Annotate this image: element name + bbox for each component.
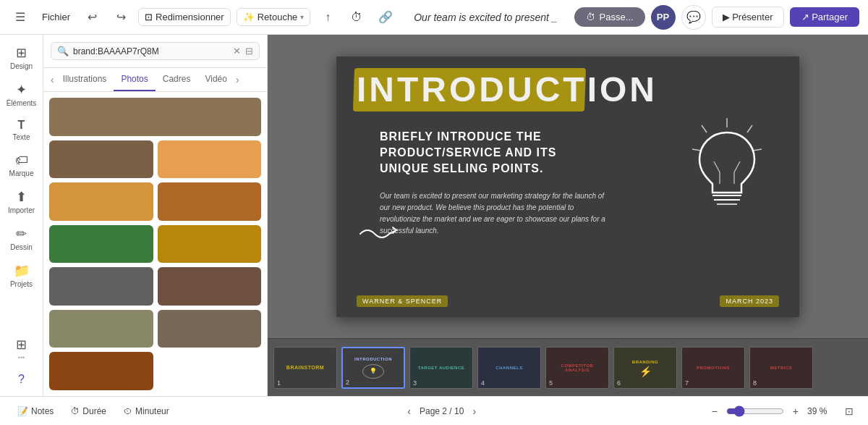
list-item[interactable]	[158, 267, 262, 306]
fit-screen-button[interactable]: ⊡	[842, 404, 856, 418]
filmstrip-slide-1[interactable]: BRAINSTORM 1	[273, 347, 337, 389]
status-bar: 📝 Notes ⏱ Durée ⏲ Minuteur ‹ Page 2 / 10…	[0, 396, 868, 425]
toolbar-left: ☰ Fichier ↩ ↪ ⊡ Redimensionner ✨ Retouch…	[9, 6, 397, 29]
list-item[interactable]	[158, 310, 262, 348]
sidebar-item-brand[interactable]: 🏷 Marque	[3, 148, 41, 182]
undo-button[interactable]: ↩	[80, 6, 103, 29]
share-link-button[interactable]: 🔗	[374, 6, 397, 29]
filmstrip-slide-4[interactable]: CHANNELS 4	[477, 347, 541, 389]
list-item[interactable]	[49, 310, 153, 348]
notes-button[interactable]: 📝 Notes	[12, 403, 59, 419]
search-box: 🔍 ✕ ⊟	[51, 42, 260, 60]
sidebar-item-design[interactable]: ⊞ Design	[3, 41, 41, 75]
zoom-out-button[interactable]: −	[709, 404, 720, 418]
panel-tabs: ‹ Illustrations Photos Cadres Vidéo ›	[43, 68, 267, 92]
sidebar: ⊞ Design ✦ Éléments T Texte 🏷 Marque ⬆ I…	[0, 35, 43, 396]
filmstrip-slide-8[interactable]: METRICS 8	[749, 347, 813, 389]
prev-page-button[interactable]: ‹	[404, 404, 414, 418]
retouch-button[interactable]: ✨ Retouche ▾	[237, 8, 311, 26]
passer-button[interactable]: ⏱ Passe...	[574, 7, 645, 27]
document-title[interactable]: Our team is excited to present _	[414, 12, 557, 23]
notes-icon: 📝	[17, 406, 28, 416]
apps-icon: ⊞	[16, 337, 27, 353]
sidebar-item-text[interactable]: T Texte	[3, 114, 41, 146]
next-page-button[interactable]: ›	[469, 404, 479, 418]
filter-icon[interactable]: ⊟	[245, 46, 253, 56]
present-icon: ▶	[723, 12, 730, 22]
present-label: Présenter	[732, 12, 773, 22]
design-icon: ⊞	[16, 45, 27, 61]
filmstrip-slide-7[interactable]: PROMOTIONS 7	[681, 347, 745, 389]
panel-search-area: 🔍 ✕ ⊟	[43, 35, 267, 68]
main-area: ⊞ Design ✦ Éléments T Texte 🏷 Marque ⬆ I…	[0, 35, 868, 396]
sidebar-item-apps[interactable]: ⊞ •••	[3, 332, 41, 366]
lightbulb-small-icon: 💡	[370, 368, 377, 374]
tab-photos[interactable]: Photos	[114, 68, 155, 91]
upload-button[interactable]: ↑	[316, 6, 339, 29]
photo-grid	[43, 92, 267, 396]
svg-line-2	[753, 149, 762, 151]
clear-search-icon[interactable]: ✕	[233, 46, 241, 56]
file-menu[interactable]: Fichier	[38, 9, 75, 25]
avatar-button[interactable]: PP	[651, 5, 676, 30]
timer-icon: ⏲	[124, 406, 132, 416]
comment-button[interactable]: 💬	[681, 5, 706, 30]
hamburger-menu-button[interactable]: ☰	[9, 6, 32, 29]
list-item[interactable]	[49, 182, 153, 221]
duration-icon: ⏱	[71, 406, 80, 416]
slide-subtitle: BRIEFLY INTRODUCE THE PRODUCT/SERVICE AN…	[380, 129, 556, 177]
timer-label: Minuteur	[135, 406, 169, 416]
share-button[interactable]: ↗ Partager	[790, 7, 860, 27]
sidebar-item-projects[interactable]: 📁 Projets	[3, 258, 41, 293]
retouch-label: Retouche	[258, 12, 298, 22]
list-item[interactable]	[158, 182, 262, 221]
avatar-initials: PP	[657, 12, 669, 22]
sidebar-brand-label: Marque	[9, 169, 34, 177]
tab-illustrations[interactable]: Illustrations	[56, 68, 114, 91]
zoom-slider[interactable]	[726, 405, 784, 417]
tab-video[interactable]: Vidéo	[197, 68, 234, 91]
filmstrip-label-5: COMPETITOR ANALYSIS	[548, 362, 606, 374]
filmstrip-slide-6[interactable]: BRANDING ⚡ 6	[613, 347, 677, 389]
retouch-icon: ✨	[243, 12, 255, 22]
sidebar-item-import[interactable]: ⬆ Importer	[3, 185, 41, 219]
list-item[interactable]	[49, 98, 261, 136]
sidebar-item-draw[interactable]: ✏ Dessin	[3, 222, 41, 256]
svg-line-4	[692, 149, 701, 151]
projects-icon: 📁	[14, 263, 30, 279]
filmstrip-slide-2[interactable]: INTRODUCTION 💡 2	[341, 347, 405, 389]
list-item[interactable]	[49, 267, 153, 306]
slide-canvas[interactable]: INTRODUCTION BRIEFLY INTRODUCE THE PRODU…	[336, 56, 799, 317]
zoom-in-button[interactable]: +	[790, 404, 801, 418]
svg-line-1	[747, 125, 752, 132]
filmstrip-num-2: 2	[346, 379, 349, 386]
canvas-area: INTRODUCTION BRIEFLY INTRODUCE THE PRODU…	[268, 35, 868, 396]
sidebar-item-elements[interactable]: ✦ Éléments	[3, 77, 41, 111]
tab-photos-label: Photos	[121, 74, 148, 84]
slide-body-text: Our team is excited to present our marke…	[380, 190, 611, 237]
tabs-scroll-right-button[interactable]: ›	[234, 68, 241, 91]
filmstrip-label-8: METRICS	[769, 364, 794, 371]
toolbar-center: Our team is excited to present _	[403, 12, 568, 23]
resize-button[interactable]: ⊡ Redimensionner	[138, 8, 231, 26]
tabs-scroll-left-button[interactable]: ‹	[49, 68, 56, 91]
sidebar-item-help[interactable]: ?	[3, 369, 41, 390]
draw-icon: ✏	[16, 226, 27, 242]
list-item[interactable]	[49, 352, 153, 390]
list-item[interactable]	[49, 140, 153, 179]
timer-button[interactable]: ⏲ Minuteur	[118, 403, 175, 419]
duration-button[interactable]: ⏱ Durée	[65, 403, 112, 419]
present-button[interactable]: ▶ Présenter	[712, 7, 784, 28]
tab-cadres[interactable]: Cadres	[156, 68, 198, 91]
list-item[interactable]	[158, 140, 262, 179]
list-item[interactable]	[158, 225, 262, 264]
filmstrip-slide-3[interactable]: TARGET AUDIENCE 3	[409, 347, 473, 389]
tab-illustrations-label: Illustrations	[63, 74, 107, 84]
redo-button[interactable]: ↪	[109, 6, 132, 29]
list-item[interactable]	[49, 225, 153, 264]
search-input[interactable]	[73, 46, 229, 56]
search-icon: 🔍	[57, 46, 69, 56]
history-button[interactable]: ⏱	[345, 6, 368, 29]
filmstrip-num-6: 6	[617, 379, 621, 387]
filmstrip-slide-5[interactable]: COMPETITOR ANALYSIS 5	[545, 347, 609, 389]
